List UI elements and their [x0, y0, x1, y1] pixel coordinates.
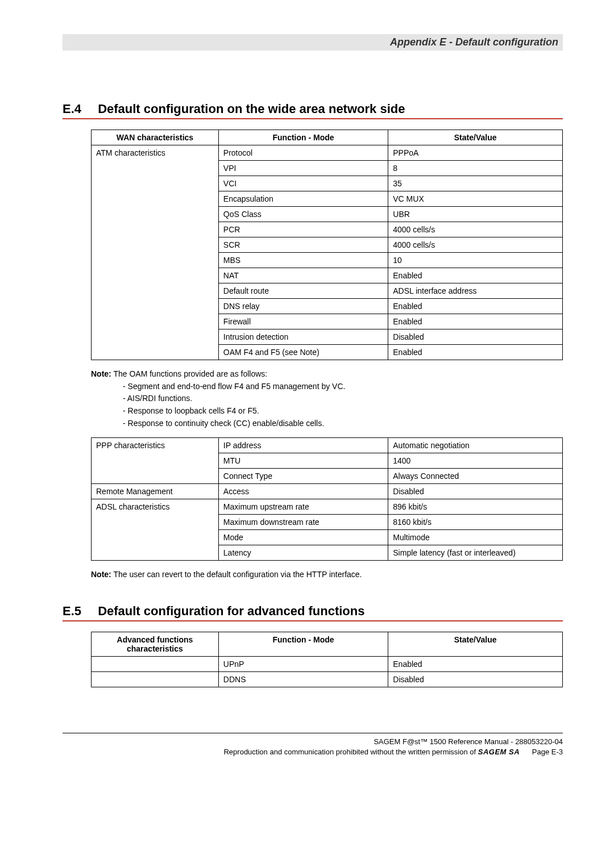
table-cell: UBR	[388, 207, 563, 222]
footer-line2: Reproduction and communication prohibite…	[63, 747, 563, 757]
note-bullet: - Segment and end-to-end flow F4 and F5 …	[123, 381, 563, 393]
table-cell: 4000 cells/s	[388, 222, 563, 237]
table-cell: QoS Class	[218, 207, 388, 222]
e4-table2: PPP characteristicsIP addressAutomatic n…	[91, 437, 563, 561]
table-cell: ADSL characteristics	[92, 499, 219, 515]
table-cell: Disabled	[388, 484, 563, 499]
table-cell: 8	[388, 161, 563, 176]
table-cell: 35	[388, 176, 563, 191]
table-cell: VCI	[218, 176, 388, 191]
table-cell: IP address	[218, 438, 388, 453]
table-cell: Default route	[218, 283, 388, 299]
table-cell	[92, 176, 219, 191]
note-label: Note:	[91, 570, 111, 579]
table-cell	[92, 161, 219, 176]
table-cell	[92, 345, 219, 360]
table-cell: OAM F4 and F5 (see Note)	[218, 345, 388, 360]
table-cell: Connect Type	[218, 469, 388, 484]
table-cell: 10	[388, 253, 563, 268]
e4-table1: WAN characteristics Function - Mode Stat…	[91, 130, 563, 360]
table-cell: NAT	[218, 268, 388, 283]
table-cell	[92, 299, 219, 314]
table-cell	[92, 329, 219, 345]
table-cell: PPPoA	[388, 145, 563, 161]
table-cell: DDNS	[218, 672, 388, 687]
note-bullet: - Response to loopback cells F4 or F5.	[123, 405, 563, 418]
note-bullet: - Response to continuity check (CC) enab…	[123, 418, 563, 430]
table-cell: UPnP	[218, 657, 388, 672]
section-e5-heading: E.5 Default configuration for advanced f…	[63, 604, 563, 621]
section-e5-title: Default configuration for advanced funct…	[98, 604, 364, 618]
th: State/Value	[388, 632, 563, 657]
table-cell	[92, 672, 219, 687]
table-cell: Enabled	[388, 657, 563, 672]
table-cell: Mode	[218, 530, 388, 545]
table-cell: Enabled	[388, 268, 563, 283]
section-e5-num: E.5	[63, 604, 94, 619]
note-label: Note:	[91, 369, 111, 378]
table-cell: Access	[218, 484, 388, 499]
table-cell: Protocol	[218, 145, 388, 161]
table-cell	[92, 237, 219, 253]
table-cell	[92, 253, 219, 268]
table-cell: Enabled	[388, 299, 563, 314]
table-cell: ATM characteristics	[92, 145, 219, 161]
section-e4-title: Default configuration on the wide area n…	[98, 102, 405, 116]
section-e4-num: E.4	[63, 102, 94, 116]
note-bullet: - AIS/RDI functions.	[123, 393, 563, 405]
table-cell: Multimode	[388, 530, 563, 545]
table-cell	[92, 207, 219, 222]
table-cell: 4000 cells/s	[388, 237, 563, 253]
table-cell: MBS	[218, 253, 388, 268]
table-cell: Maximum upstream rate	[218, 499, 388, 515]
table-cell: MTU	[218, 453, 388, 469]
e4-note2: Note: The user can revert to the default…	[91, 569, 563, 581]
table-cell: Always Connected	[388, 469, 563, 484]
table-cell: Maximum downstream rate	[218, 515, 388, 530]
note-text: The user can revert to the default confi…	[113, 570, 362, 579]
section-e4-heading: E.4 Default configuration on the wide ar…	[63, 102, 563, 119]
e5-table: Advanced functions characteristics Funct…	[91, 632, 563, 687]
table-cell	[92, 545, 219, 561]
table-cell: Intrusion detection	[218, 329, 388, 345]
note-intro: The OAM functions provided are as follow…	[113, 369, 267, 378]
table-cell: VPI	[218, 161, 388, 176]
table-cell	[92, 268, 219, 283]
table-cell: PPP characteristics	[92, 438, 219, 453]
table-cell: DNS relay	[218, 299, 388, 314]
table-cell: 896 kbit/s	[388, 499, 563, 515]
table-cell: 1400	[388, 453, 563, 469]
table-cell: Disabled	[388, 672, 563, 687]
table-cell: Automatic negotiation	[388, 438, 563, 453]
table-cell: 8160 kbit/s	[388, 515, 563, 530]
table-cell	[92, 453, 219, 469]
table-cell: Disabled	[388, 329, 563, 345]
table-cell: Enabled	[388, 345, 563, 360]
table-cell: Enabled	[388, 314, 563, 329]
page-footer: SAGEM F@st™ 1500 Reference Manual - 2880…	[63, 733, 563, 757]
table-cell	[92, 283, 219, 299]
table-cell: VC MUX	[388, 191, 563, 207]
th: Function - Mode	[218, 130, 388, 145]
e4-note1: Note: The OAM functions provided are as …	[91, 368, 563, 429]
table-cell: SCR	[218, 237, 388, 253]
footer-line1: SAGEM F@st™ 1500 Reference Manual - 2880…	[63, 737, 563, 747]
table-cell: Firewall	[218, 314, 388, 329]
table-cell: Latency	[218, 545, 388, 561]
th: Advanced functions characteristics	[92, 632, 219, 657]
table-cell: Encapsulation	[218, 191, 388, 207]
appendix-header: Appendix E - Default configuration	[63, 34, 563, 51]
th: State/Value	[388, 130, 563, 145]
table-cell	[92, 530, 219, 545]
table-cell	[92, 515, 219, 530]
table-cell	[92, 314, 219, 329]
th: Function - Mode	[218, 632, 388, 657]
table-cell: PCR	[218, 222, 388, 237]
table-cell	[92, 469, 219, 484]
th: WAN characteristics	[92, 130, 219, 145]
table-cell: ADSL interface address	[388, 283, 563, 299]
table-cell: Remote Management	[92, 484, 219, 499]
table-cell	[92, 657, 219, 672]
table-cell	[92, 191, 219, 207]
table-cell	[92, 222, 219, 237]
